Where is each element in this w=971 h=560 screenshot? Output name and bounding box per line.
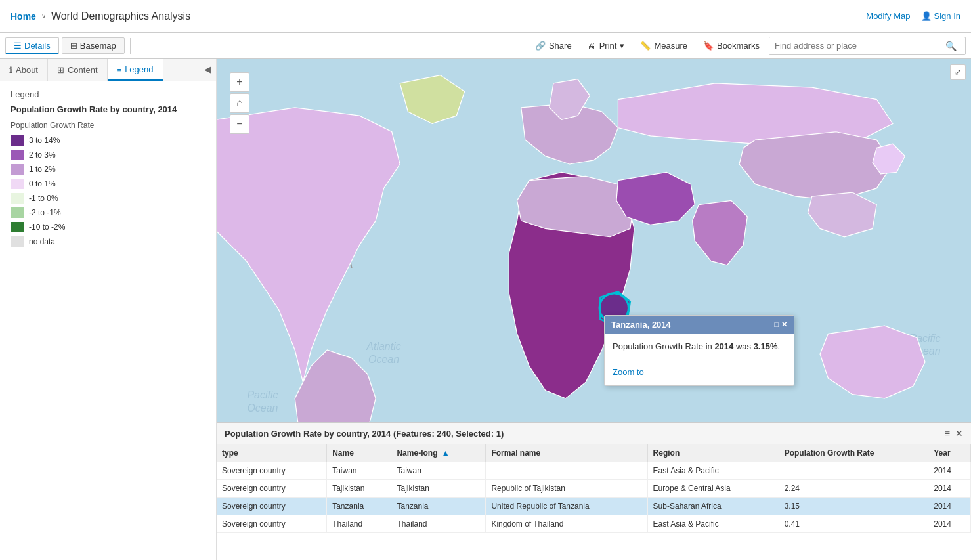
legend-swatch — [11, 236, 24, 247]
table-header-row: type Name Name-long ▲ Formal name Region… — [217, 444, 971, 462]
sidebar-tab-about[interactable]: ℹ About — [0, 59, 48, 81]
share-button[interactable]: 🔗 Share — [529, 38, 578, 53]
measure-icon: 📏 — [640, 41, 651, 51]
home-link[interactable]: Home — [11, 11, 36, 22]
table-cell: 2.24 — [779, 480, 928, 498]
content-label: Content — [68, 65, 98, 75]
table-cell: Taiwan — [391, 462, 486, 480]
table-cell: East Asia & Pacific — [647, 515, 779, 533]
search-icon[interactable]: 🔍 — [945, 41, 957, 51]
measure-label: Measure — [654, 41, 687, 51]
tab-details[interactable]: ☰ Details — [5, 37, 59, 54]
col-pgr[interactable]: Population Growth Rate — [779, 444, 928, 462]
popup-year: 2014 — [714, 341, 733, 351]
sign-in-label: Sign In — [934, 11, 960, 21]
collapse-sidebar-button[interactable]: ◀ — [199, 59, 216, 81]
legend-icon: ≡ — [117, 64, 122, 74]
legend-swatch — [11, 222, 24, 232]
home-extent-button[interactable]: ⌂ — [230, 93, 249, 113]
table-cell: Thailand — [391, 515, 486, 533]
table-title: Population Growth Rate by country, 2014 … — [225, 429, 504, 439]
toolbar: ☰ Details ⊞ Basemap 🔗 Share 🖨 Print ▾ 📏 … — [0, 33, 971, 59]
table-cell: Sovereign country — [217, 515, 327, 533]
sidebar-tab-content[interactable]: ⊞ Content — [48, 59, 108, 81]
table-row[interactable]: Sovereign countryTajikistanTajikistanRep… — [217, 480, 971, 498]
col-formal-name[interactable]: Formal name — [486, 444, 647, 462]
legend-section-title: Population Growth Rate — [11, 121, 205, 130]
legend-item-label: -2 to -1% — [29, 208, 61, 217]
legend-item: -1 to 0% — [11, 193, 205, 204]
table-row[interactable]: Sovereign countryThailandThailandKingdom… — [217, 515, 971, 533]
sidebar: ℹ About ⊞ Content ≡ Legend ◀ Legend Popu… — [0, 59, 217, 560]
table-cell: 2014 — [928, 498, 971, 515]
table-row[interactable]: Sovereign countryTaiwanTaiwanEast Asia &… — [217, 462, 971, 480]
legend-heading: Legend — [11, 89, 205, 99]
col-type[interactable]: type — [217, 444, 327, 462]
chevron-down-icon: ∨ — [41, 12, 46, 20]
data-table: type Name Name-long ▲ Formal name Region… — [217, 444, 971, 533]
search-input[interactable] — [775, 41, 945, 51]
share-icon: 🔗 — [535, 41, 546, 51]
basemap-icon: ⊞ — [70, 41, 77, 51]
modify-map-button[interactable]: Modify Map — [866, 11, 910, 21]
share-label: Share — [549, 41, 572, 51]
map-area[interactable]: Atlantic Ocean Pacific Ocean Pacific Oce… — [217, 59, 971, 560]
table-cell: Tajikistan — [327, 480, 391, 498]
svg-text:Ocean: Ocean — [368, 354, 399, 365]
bookmarks-icon: 🔖 — [703, 41, 714, 51]
measure-button[interactable]: 📏 Measure — [634, 38, 694, 53]
tab-basemap[interactable]: ⊞ Basemap — [62, 37, 125, 54]
zoom-in-button[interactable]: + — [230, 72, 249, 92]
search-container: 🔍 — [769, 37, 966, 55]
user-icon: 👤 — [921, 11, 932, 21]
popup-body: Population Growth Rate in 2014 was 3.15%… — [605, 334, 794, 385]
table-row[interactable]: Sovereign countryTanzaniaTanzaniaUnited … — [217, 498, 971, 515]
table-cell: Tanzania — [391, 498, 486, 515]
bottom-panel: Population Growth Rate by country, 2014 … — [217, 422, 971, 560]
bookmarks-button[interactable]: 🔖 Bookmarks — [697, 38, 766, 53]
col-region[interactable]: Region — [647, 444, 779, 462]
table-cell: United Republic of Tanzania — [486, 498, 647, 515]
legend-items: 3 to 14%2 to 3%1 to 2%0 to 1%-1 to 0%-2 … — [11, 135, 205, 247]
legend-swatch — [11, 207, 24, 218]
popup-body-mid: was — [733, 341, 753, 351]
topbar: Home ∨ World Demographics Analysis Modif… — [0, 0, 971, 33]
table-cell: 2014 — [928, 462, 971, 480]
bookmarks-label: Bookmarks — [717, 41, 760, 51]
legend-item: 0 to 1% — [11, 179, 205, 189]
popup-minimize-button[interactable]: □ — [774, 320, 779, 329]
print-arrow-icon: ▾ — [620, 41, 624, 51]
sidebar-tab-legend[interactable]: ≡ Legend — [108, 59, 163, 81]
info-icon: ℹ — [9, 65, 12, 75]
table-close-button[interactable]: ✕ — [955, 428, 963, 439]
legend-item-label: -1 to 0% — [29, 194, 58, 203]
table-cell: Sovereign country — [217, 462, 327, 480]
topbar-left: Home ∨ World Demographics Analysis — [11, 11, 190, 22]
details-label: Details — [24, 41, 51, 51]
sign-in-button[interactable]: 👤 Sign In — [921, 11, 960, 21]
legend-item: 3 to 14% — [11, 135, 205, 146]
table-cell — [779, 462, 928, 480]
table-cell: Europe & Central Asia — [647, 480, 779, 498]
print-button[interactable]: 🖨 Print ▾ — [581, 38, 632, 53]
table-cell: Thailand — [327, 515, 391, 533]
popup-zoom-link[interactable]: Zoom to — [613, 367, 644, 377]
col-name[interactable]: Name — [327, 444, 391, 462]
popup: Tanzania, 2014 □ ✕ Population Growth Rat… — [604, 315, 794, 386]
table-menu-button[interactable]: ≡ — [945, 428, 950, 439]
table-cell: Sub-Saharan Africa — [647, 498, 779, 515]
zoom-out-button[interactable]: − — [230, 114, 249, 134]
popup-controls: □ ✕ — [774, 320, 787, 329]
table-cell: Taiwan — [327, 462, 391, 480]
expand-map-button[interactable]: ⤢ — [950, 64, 966, 80]
basemap-label: Basemap — [80, 41, 116, 51]
col-name-long[interactable]: Name-long ▲ — [391, 444, 486, 462]
col-year[interactable]: Year — [928, 444, 971, 462]
popup-header: Tanzania, 2014 □ ✕ — [605, 316, 794, 334]
popup-title: Tanzania, 2014 — [611, 320, 671, 330]
popup-close-button[interactable]: ✕ — [781, 320, 787, 329]
legend-swatch — [11, 164, 24, 175]
table-scroll[interactable]: type Name Name-long ▲ Formal name Region… — [217, 444, 971, 533]
table-cell: East Asia & Pacific — [647, 462, 779, 480]
legend-item-label: no data — [29, 237, 55, 246]
